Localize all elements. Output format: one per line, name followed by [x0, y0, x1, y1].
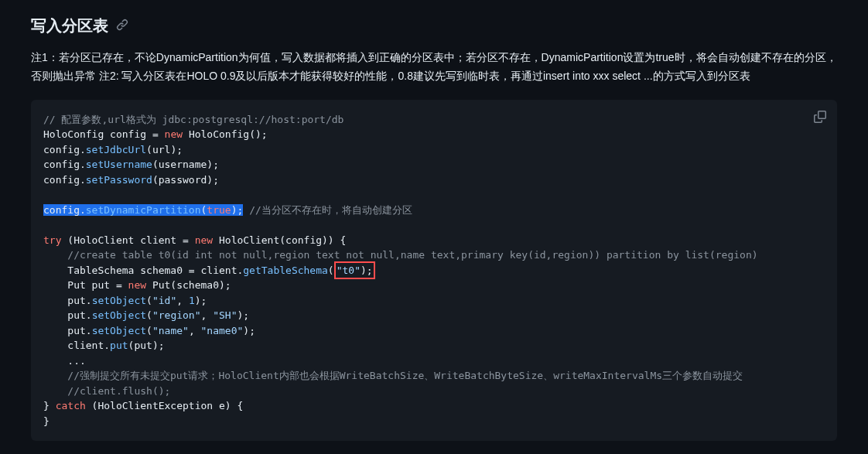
code-string: "name": [152, 325, 189, 336]
code-method: setUsername: [86, 159, 152, 170]
code-text: config.: [43, 144, 86, 155]
section-description: 注1：若分区已存在，不论DynamicPartition为何值，写入数据都将插入…: [31, 49, 837, 86]
code-method: put: [110, 340, 128, 351]
code-method: getTableSchema: [243, 265, 328, 276]
code-keyword: try: [43, 234, 61, 246]
code-method: setPassword: [86, 174, 152, 186]
code-comment: //强制提交所有未提交put请求；HoloClient内部也会根据WriteBa…: [43, 370, 743, 381]
code-string: "region": [152, 309, 201, 321]
code-keyword: new: [165, 128, 183, 140]
code-method: setObject: [92, 309, 146, 321]
highlighted-selection: config.setDynamicPartition(true);: [43, 204, 243, 216]
code-text: ,: [201, 309, 214, 321]
code-method: setObject: [92, 325, 146, 336]
code-comment: // 配置参数,url格式为 jdbc:postgresql://host:po…: [43, 114, 343, 125]
section-heading: 写入分区表: [31, 15, 108, 36]
code-text: config.: [43, 174, 86, 186]
code-text: config.: [43, 204, 86, 216]
red-highlight-box: "t0");: [334, 261, 375, 280]
code-string: "name0": [201, 325, 244, 336]
code-text: (HoloClientException e) {: [86, 400, 244, 411]
code-text: config.: [43, 159, 86, 170]
code-text: }: [43, 400, 56, 411]
code-text: (url);: [146, 144, 183, 155]
code-text: (put);: [128, 340, 165, 351]
code-text: );: [243, 325, 255, 336]
code-text: (HoloClient client =: [61, 234, 194, 246]
code-method: setJdbcUrl: [86, 144, 146, 155]
code-comment: //当分区不存在时，将自动创建分区: [243, 204, 412, 216]
code-text: client.: [43, 340, 110, 351]
code-text: HoloClient(config)) {: [213, 234, 346, 246]
code-keyword: new: [195, 234, 213, 246]
code-text: config: [110, 128, 146, 140]
code-text: );: [361, 265, 373, 276]
code-text: HoloConfig: [189, 128, 249, 140]
code-text: put.: [43, 309, 92, 321]
code-method: setDynamicPartition: [86, 204, 201, 216]
code-text: );: [238, 309, 250, 321]
code-number: 1: [189, 295, 195, 306]
code-text: ,: [176, 295, 189, 306]
code-comment: //client.flush();: [43, 385, 170, 397]
code-string: "id": [152, 295, 176, 306]
code-block: // 配置参数,url格式为 jdbc:postgresql://host:po…: [31, 100, 837, 442]
copy-icon[interactable]: [811, 108, 829, 131]
code-content: // 配置参数,url格式为 jdbc:postgresql://host:po…: [43, 112, 825, 429]
code-text: (password);: [152, 174, 219, 186]
code-text: Put put =: [43, 279, 128, 291]
code-text: (username);: [152, 159, 219, 170]
code-keyword: new: [128, 279, 146, 291]
code-method: setObject: [92, 295, 146, 306]
anchor-link-icon[interactable]: [116, 19, 128, 33]
code-text: );: [231, 204, 244, 216]
code-text: (: [146, 309, 152, 321]
code-text: }: [43, 415, 50, 427]
code-comment: //create table t0(id int not null,region…: [43, 249, 758, 261]
code-text: (: [146, 325, 152, 336]
code-text: Put(schema0);: [146, 279, 231, 291]
code-text: );: [195, 295, 207, 306]
code-keyword: catch: [56, 400, 86, 411]
code-text: (: [328, 265, 334, 276]
code-text: put.: [43, 325, 92, 336]
code-string: "t0": [337, 265, 361, 276]
code-text: TableSchema schema0 = client.: [43, 265, 243, 276]
code-text: HoloConfig: [43, 128, 104, 140]
code-text: ...: [43, 355, 86, 367]
code-text: put.: [43, 295, 92, 306]
code-text: (: [146, 295, 152, 306]
code-text: ,: [189, 325, 201, 336]
code-keyword: true: [207, 204, 231, 216]
code-string: "SH": [213, 309, 237, 321]
